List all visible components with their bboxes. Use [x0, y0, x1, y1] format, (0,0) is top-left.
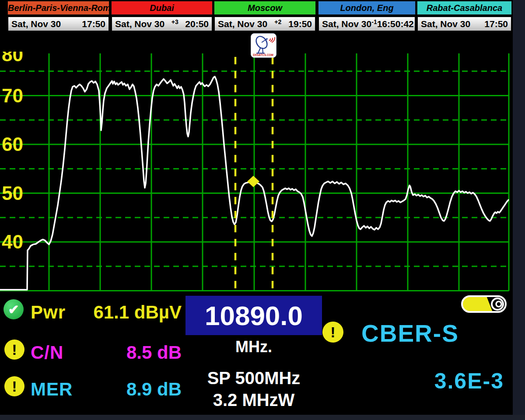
pwr-ok-check-icon: ✔: [4, 299, 24, 319]
svg-text:70: 70: [2, 85, 23, 106]
mer-warning-icon: !: [4, 376, 24, 396]
svg-text:40: 40: [2, 231, 23, 252]
mer-value: 8.9 dB: [66, 379, 182, 400]
cn-value: 8.5 dB: [66, 342, 182, 363]
clock-date-row: Sat, Nov 30 +3 20:50: [111, 16, 213, 32]
cn-warning-icon: !: [4, 340, 24, 360]
pwr-label: Pwr: [31, 302, 66, 323]
spectrum-plot: 8070605040: [0, 32, 513, 294]
clock-col-dubai: Dubai Sat, Nov 30 +3 20:50: [111, 1, 213, 32]
cber-value: 3.6E-3: [394, 368, 504, 394]
city-tab: Dubai: [111, 1, 213, 15]
clock-time: 20:50: [185, 19, 209, 29]
bandwidth-readout: 3.2 MHzW: [177, 390, 331, 410]
clock-date: Sat, Nov 30: [11, 19, 61, 29]
cber-warning-icon: !: [322, 322, 343, 343]
clock-time: 17:50: [484, 19, 508, 29]
satellite-dish-icon: DXSATCS.COM: [251, 34, 275, 56]
logo-caption: DXSATCS.COM: [253, 53, 273, 56]
svg-text:60: 60: [2, 133, 23, 155]
clock-date: Sat, Nov 30: [421, 19, 470, 29]
utc-offset: +2: [274, 18, 281, 25]
clock-date-row: Sat, Nov 30 17:50: [7, 16, 109, 32]
clock-time: 16:50:42: [377, 19, 414, 29]
cber-label: CBER-S: [361, 319, 459, 347]
clock-date: Sat, Nov 30: [115, 19, 164, 29]
city-tab: Moscow: [214, 1, 316, 15]
bottom-frame-strip: [0, 415, 525, 420]
clock-date: Sat, Nov 30: [218, 19, 267, 29]
clock-col-berlin: Berlin-Paris-Vienna-Roma Sat, Nov 30 17:…: [7, 1, 109, 32]
cn-label: C/N: [31, 342, 63, 363]
utc-offset: -1: [371, 18, 377, 25]
center-frequency-field[interactable]: 10890.0: [186, 296, 322, 335]
clock-time: 17:50: [82, 19, 105, 29]
city-tab: Berlin-Paris-Vienna-Roma: [7, 1, 109, 15]
clock-date-row: Sat, Nov 30 17:50: [417, 16, 512, 32]
clock-col-rabat: Rabat-Casablanca Sat, Nov 30 17:50: [417, 1, 512, 32]
city-tab: Rabat-Casablanca: [417, 1, 512, 15]
clock-col-london: London, Eng Sat, Nov 30 -1 16:50:42: [318, 1, 416, 32]
pwr-value: 61.1 dBµV: [66, 302, 182, 323]
clock-date: Sat, Nov 30: [322, 19, 371, 29]
frequency-unit: MHz.: [186, 338, 322, 356]
clock-time: 19:50: [288, 19, 312, 29]
battery-icon: [461, 295, 508, 313]
dxsatcs-logo: DXSATCS.COM: [251, 33, 276, 58]
city-tab: London, Eng: [318, 1, 416, 15]
span-readout: SP 500MHz: [177, 368, 331, 388]
utc-offset: +3: [172, 18, 178, 25]
svg-text:50: 50: [2, 182, 23, 204]
clock-date-row: Sat, Nov 30 +2 19:50: [214, 16, 316, 32]
clock-col-moscow: Moscow Sat, Nov 30 +2 19:50: [214, 1, 316, 32]
clock-date-row: Sat, Nov 30 -1 16:50:42: [318, 16, 416, 32]
center-frequency-value: 10890.0: [205, 300, 303, 331]
right-frame-strip: [513, 0, 525, 415]
